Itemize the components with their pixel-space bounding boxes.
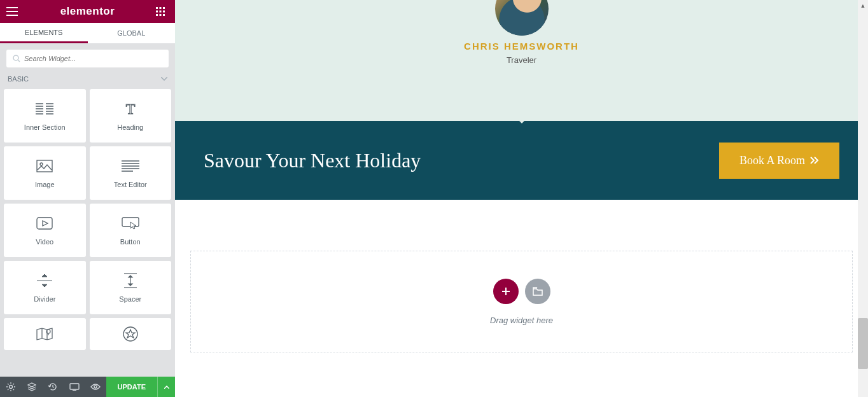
chevron-double-right-icon — [810, 157, 819, 164]
menu-icon[interactable] — [6, 7, 19, 16]
svg-rect-29 — [37, 218, 52, 229]
update-button[interactable]: UPDATE — [106, 377, 157, 397]
svg-rect-7 — [160, 14, 162, 16]
widget-label: Spacer — [119, 295, 141, 303]
heading-icon: T — [122, 101, 139, 117]
cta-section[interactable]: Savour Your Next Holiday Book A Room — [175, 121, 868, 200]
widget-panel-icon[interactable] — [156, 7, 169, 16]
widget-video[interactable]: Video — [4, 204, 86, 257]
widget-heading[interactable]: T Heading — [90, 89, 172, 143]
widget-label: Video — [36, 238, 53, 246]
widget-google-maps[interactable] — [4, 318, 86, 350]
panel-tabs: ELEMENTS GLOBAL — [0, 23, 175, 43]
widget-text-editor[interactable]: Text Editor — [90, 146, 172, 200]
map-icon — [36, 326, 53, 342]
svg-point-9 — [13, 55, 18, 60]
video-icon — [36, 215, 53, 232]
add-section-area[interactable]: Drag widget here — [190, 251, 853, 352]
scrollbar-arrow-up-icon[interactable]: ▲ — [858, 0, 868, 11]
category-basic[interactable]: BASIC — [0, 67, 175, 89]
widget-grid: Inner Section T Heading Image — [0, 89, 175, 377]
button-icon — [122, 215, 139, 232]
svg-line-43 — [8, 389, 9, 391]
widget-label: Divider — [34, 295, 55, 303]
columns-icon — [36, 101, 53, 117]
search-input[interactable] — [24, 55, 162, 62]
star-circle-icon — [123, 326, 138, 342]
settings-button[interactable] — [0, 377, 21, 397]
history-button[interactable] — [43, 377, 64, 397]
svg-point-47 — [94, 386, 97, 388]
tab-elements[interactable]: ELEMENTS — [0, 23, 88, 43]
logo-text: elementor — [60, 5, 115, 18]
image-icon — [36, 158, 53, 174]
testimonial-name: CHRIS HEMSWORTH — [175, 41, 868, 52]
svg-rect-4 — [160, 11, 162, 13]
search-icon — [13, 55, 20, 62]
book-room-button[interactable]: Book A Room — [719, 143, 839, 179]
widget-button[interactable]: Button — [90, 204, 172, 257]
cta-button-label: Book A Room — [739, 154, 805, 167]
responsive-button[interactable] — [64, 377, 85, 397]
panel-topbar: elementor — [0, 0, 175, 23]
preview-button[interactable] — [85, 377, 106, 397]
widget-inner-section[interactable]: Inner Section — [4, 89, 86, 143]
navigator-button[interactable] — [21, 377, 42, 397]
preview-canvas: CHRIS HEMSWORTH Traveler Savour Your Nex… — [175, 0, 868, 397]
text-editor-icon — [122, 158, 139, 174]
tab-global[interactable]: GLOBAL — [88, 23, 176, 43]
svg-rect-6 — [156, 14, 158, 16]
svg-rect-8 — [163, 14, 165, 16]
spacer-icon — [124, 272, 137, 289]
divider-icon — [37, 272, 52, 289]
svg-rect-45 — [70, 384, 79, 389]
svg-text:T: T — [125, 102, 135, 116]
category-label: BASIC — [8, 75, 29, 83]
svg-rect-3 — [156, 11, 158, 13]
template-library-button[interactable] — [525, 279, 550, 304]
editor-panel: elementor ELEMENTS GLOBAL BASIC — [0, 0, 175, 397]
drag-widget-text: Drag widget here — [490, 316, 553, 325]
widget-label: Heading — [117, 123, 143, 131]
widget-label: Text Editor — [114, 181, 147, 188]
svg-rect-5 — [163, 11, 165, 13]
svg-rect-1 — [160, 7, 162, 9]
update-dropdown[interactable] — [157, 377, 175, 397]
svg-line-42 — [13, 389, 14, 391]
widget-label: Inner Section — [24, 123, 66, 131]
svg-point-36 — [9, 386, 12, 389]
widget-divider[interactable]: Divider — [4, 261, 86, 314]
widget-icon[interactable] — [90, 318, 172, 350]
testimonial-section[interactable]: CHRIS HEMSWORTH Traveler — [175, 0, 868, 121]
svg-rect-2 — [163, 7, 165, 9]
svg-rect-0 — [156, 7, 158, 9]
cta-heading: Savour Your Next Holiday — [204, 149, 421, 172]
svg-line-41 — [8, 384, 9, 385]
svg-line-10 — [18, 60, 20, 62]
add-section-button[interactable] — [493, 279, 519, 304]
svg-line-44 — [13, 384, 14, 385]
search-widget-field[interactable] — [6, 50, 169, 67]
scrollbar-thumb[interactable] — [858, 318, 868, 369]
svg-point-23 — [40, 163, 43, 165]
avatar — [495, 0, 549, 36]
widget-label: Image — [35, 181, 55, 188]
widget-label: Button — [120, 238, 141, 246]
svg-rect-22 — [37, 160, 52, 172]
widget-image[interactable]: Image — [4, 146, 86, 200]
panel-footer: UPDATE — [0, 377, 175, 397]
widget-spacer[interactable]: Spacer — [90, 261, 172, 314]
chevron-down-icon — [161, 77, 167, 81]
testimonial-role: Traveler — [175, 55, 868, 65]
